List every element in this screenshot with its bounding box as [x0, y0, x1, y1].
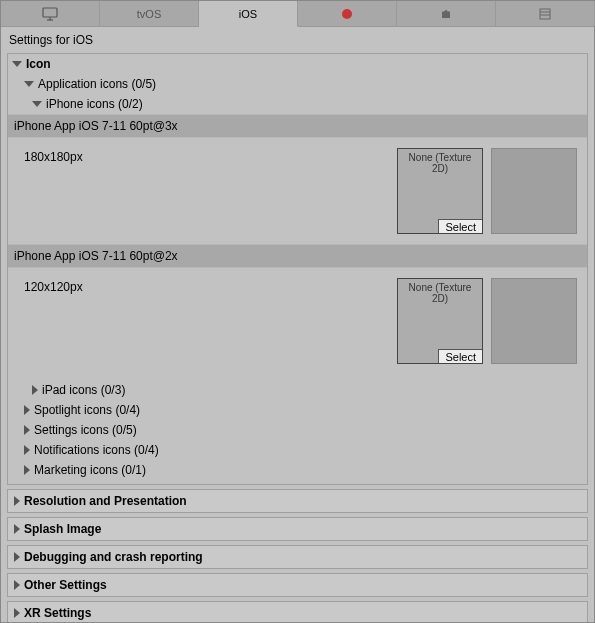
chevron-right-icon [24, 445, 30, 455]
icon-group: Icon Application icons (0/5) iPhone icon… [7, 53, 588, 485]
debug-label: Debugging and crash reporting [24, 550, 203, 564]
application-icons-label: Application icons (0/5) [38, 77, 156, 91]
xr-section[interactable]: XR Settings [7, 601, 588, 622]
svg-rect-7 [540, 9, 550, 19]
splash-section[interactable]: Splash Image [7, 517, 588, 541]
texture-picker[interactable]: None (Texture 2D) Select [397, 148, 483, 234]
chevron-right-icon [14, 608, 20, 618]
chevron-down-icon [24, 81, 34, 87]
tab-webgl[interactable] [496, 1, 595, 26]
chevron-right-icon [14, 580, 20, 590]
marketing-icons-label: Marketing icons (0/1) [34, 463, 146, 477]
tab-label: iOS [239, 8, 257, 20]
texture-picker-caption: None (Texture 2D) [398, 279, 482, 304]
chevron-right-icon [24, 465, 30, 475]
player-settings-window: tvOS iOS Settings for iOS Icon Applicati… [0, 0, 595, 623]
resolution-label: Resolution and Presentation [24, 494, 187, 508]
texture-picker[interactable]: None (Texture 2D) Select [397, 278, 483, 364]
svg-point-3 [342, 9, 352, 19]
ipad-icons-foldout[interactable]: iPad icons (0/3) [8, 380, 587, 400]
texture-picker-caption: None (Texture 2D) [398, 149, 482, 174]
chevron-right-icon [14, 524, 20, 534]
debug-section[interactable]: Debugging and crash reporting [7, 545, 588, 569]
iphone-icons-label: iPhone icons (0/2) [46, 97, 143, 111]
svg-rect-0 [43, 8, 57, 17]
notifications-icons-label: Notifications icons (0/4) [34, 443, 159, 457]
marketing-icons-foldout[interactable]: Marketing icons (0/1) [8, 460, 587, 480]
chevron-down-icon [12, 61, 22, 67]
chevron-right-icon [14, 496, 20, 506]
icon-title: Icon [26, 57, 51, 71]
icon-foldout[interactable]: Icon [8, 54, 587, 74]
tab-switch[interactable] [298, 1, 397, 26]
iphone-icons-foldout[interactable]: iPhone icons (0/2) [8, 94, 587, 114]
settings-icons-foldout[interactable]: Settings icons (0/5) [8, 420, 587, 440]
icon-slot-body: 120x120px None (Texture 2D) Select [8, 268, 587, 374]
settings-header: Settings for iOS [1, 27, 594, 53]
svg-point-5 [443, 10, 444, 11]
icon-slot-header: iPhone App iOS 7-11 60pt@2x [8, 244, 587, 268]
svg-rect-4 [442, 12, 450, 18]
icon-preview [491, 278, 577, 364]
tab-label: tvOS [137, 8, 161, 20]
settings-panel: Icon Application icons (0/5) iPhone icon… [1, 53, 594, 622]
ipad-icons-label: iPad icons (0/3) [42, 383, 125, 397]
icon-slot-size: 180x180px [24, 148, 389, 234]
icon-slot-size: 120x120px [24, 278, 389, 364]
svg-point-6 [447, 10, 448, 11]
switch-icon [340, 7, 354, 21]
application-icons-foldout[interactable]: Application icons (0/5) [8, 74, 587, 94]
platform-tabs: tvOS iOS [1, 1, 594, 27]
spotlight-icons-foldout[interactable]: Spotlight icons (0/4) [8, 400, 587, 420]
tab-standalone[interactable] [1, 1, 100, 26]
icon-slot-body: 180x180px None (Texture 2D) Select [8, 138, 587, 244]
chevron-right-icon [32, 385, 38, 395]
other-label: Other Settings [24, 578, 107, 592]
other-section[interactable]: Other Settings [7, 573, 588, 597]
xr-label: XR Settings [24, 606, 91, 620]
icon-preview [491, 148, 577, 234]
android-icon [439, 7, 453, 21]
icon-slot-header: iPhone App iOS 7-11 60pt@3x [8, 114, 587, 138]
texture-select-button[interactable]: Select [438, 219, 482, 233]
chevron-right-icon [24, 405, 30, 415]
monitor-icon [42, 7, 58, 21]
webgl-icon [538, 7, 552, 21]
chevron-right-icon [14, 552, 20, 562]
spotlight-icons-label: Spotlight icons (0/4) [34, 403, 140, 417]
splash-label: Splash Image [24, 522, 101, 536]
tab-tvos[interactable]: tvOS [100, 1, 199, 26]
settings-icons-label: Settings icons (0/5) [34, 423, 137, 437]
notifications-icons-foldout[interactable]: Notifications icons (0/4) [8, 440, 587, 460]
tab-android[interactable] [397, 1, 496, 26]
texture-select-button[interactable]: Select [438, 349, 482, 363]
tab-ios[interactable]: iOS [199, 1, 298, 27]
chevron-down-icon [32, 101, 42, 107]
resolution-section[interactable]: Resolution and Presentation [7, 489, 588, 513]
chevron-right-icon [24, 425, 30, 435]
